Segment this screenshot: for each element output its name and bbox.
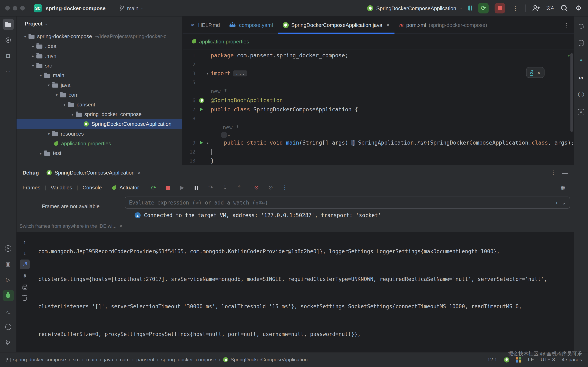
run-gutter-icon[interactable] [200,141,203,145]
folded-imports[interactable]: ... [233,70,247,76]
search-icon[interactable] [560,3,568,12]
chevron-down-icon[interactable]: ▾ [61,102,68,106]
maven-tool-button[interactable]: m [575,72,587,83]
tree-item-root[interactable]: ▾ spring-docker-compose ~/IdeaProjects/s… [17,31,182,41]
more-options-button[interactable]: ⋮ [511,3,519,12]
more-tools-button[interactable]: ⋯ [2,66,14,77]
notifications-button[interactable] [575,20,587,31]
ai-assistant-button[interactable]: ✦ [575,55,587,66]
tab-actuator[interactable]: Actuator [112,185,139,191]
minimize-window-button[interactable] [13,6,17,10]
chevron-down-icon[interactable]: ▾ [45,83,52,87]
chevron-down-icon[interactable]: ⌄ [228,133,230,137]
breadcrumb-item[interactable]: main [86,357,97,363]
code-line-1[interactable]: 1 package com.pansent.spring_docker_comp… [182,51,574,60]
vcs-branch-widget[interactable]: main ⌄ [119,5,144,11]
tree-item-application-properties[interactable]: application.properties [17,139,182,149]
run-configuration-widget[interactable]: SpringDockerComposeApplication ⌄ [367,5,462,11]
evaluate-expression-bar[interactable]: + ⌄ [125,197,570,209]
tab-main-class-java[interactable]: SpringDockerComposeApplication.java × [278,17,394,33]
chevron-down-icon[interactable]: ⌄ [562,200,566,206]
tab-application-properties[interactable]: application.properties [186,34,254,49]
code-line-2[interactable]: 2 [182,60,574,69]
step-over-button[interactable]: ↷ [206,183,216,192]
tab-help-md[interactable]: M↓ HELP.md [186,17,225,33]
close-icon[interactable]: × [120,223,122,229]
breadcrumb-item[interactable]: spring-docker-compose [13,357,66,363]
tab-frames[interactable]: Frames [22,185,40,191]
chevron-right-icon[interactable]: ▸ [30,44,36,48]
git-tool-button[interactable] [2,337,14,348]
tree-item-pansent[interactable]: ▾ pansent [17,100,182,109]
scroll-up-button[interactable]: ↑ [20,237,30,247]
fold-chevron-icon[interactable]: ▸ [205,141,211,145]
console-output[interactable]: com.mongodb.Jep395RecordCodecProvider@51… [33,228,574,352]
fold-chevron-icon[interactable]: ▸ [205,71,211,75]
chevron-down-icon[interactable]: ▾ [22,34,29,38]
breadcrumb-item[interactable]: spring_docker_compose [161,357,216,363]
documentation-button[interactable]: ⓘ [575,89,587,100]
commit-tool-button[interactable] [2,34,14,46]
plugin-grid-icon[interactable] [516,357,521,362]
run-tool-button[interactable] [2,243,14,254]
tree-item-java[interactable]: ▾ java [17,80,182,90]
indent-indicator[interactable]: 4 spaces [562,357,582,363]
spring-bean-gutter-icon[interactable] [199,98,204,103]
tree-item-resources[interactable]: ▾ resources [17,129,182,139]
print-button[interactable] [20,282,30,292]
pause-debug-button[interactable] [191,183,201,192]
code-line-8[interactable]: 8 [182,114,574,123]
code-line-5[interactable]: 5 [182,78,574,87]
rerun-debug-button[interactable]: ⟳ [149,183,158,192]
tab-variables[interactable]: Variables [51,185,72,191]
caret-position[interactable]: 12:1 [487,357,497,363]
clear-console-button[interactable] [20,293,30,303]
code-editor[interactable]: 1 package com.pansent.spring_docker_comp… [182,49,574,165]
code-line-13[interactable]: 13 } [182,156,574,165]
step-out-button[interactable]: ⇡ [234,183,244,192]
tree-item-test[interactable]: ▸ test [17,148,182,158]
tab-console[interactable]: Console [82,185,102,191]
code-line-7[interactable]: 7 public class SpringDockerComposeApplic… [182,105,574,114]
encoding-indicator[interactable]: UTF-8 [541,357,555,363]
mute-breakpoints-button[interactable]: ⊘ [251,183,261,192]
project-widget[interactable]: spring-docker-compose ⌄ [46,5,111,11]
inline-ai-widget[interactable]: R × [526,67,545,78]
breadcrumb-item[interactable]: com [120,357,130,363]
window-controls[interactable] [5,6,25,10]
chevron-right-icon[interactable]: ▸ [30,54,36,58]
scroll-down-button[interactable]: ↓ [20,248,30,258]
resume-button[interactable]: ▶ [177,183,187,192]
stop-button[interactable] [495,3,505,13]
project-panel-header[interactable]: Project ⌄ [17,17,182,31]
structure-tool-button[interactable]: ⊞ [2,50,14,61]
line-separator-indicator[interactable]: LF [528,357,534,363]
debug-session-tab[interactable]: SpringDockerComposeApplication × [46,170,141,175]
pause-button[interactable] [468,6,472,11]
tree-item-com[interactable]: ▾ com [17,90,182,100]
scroll-to-end-button[interactable]: ⇟ [20,271,30,281]
terminal-tool-button[interactable]: >_ [2,306,14,317]
database-tool-button[interactable] [575,38,587,49]
code-line-3[interactable]: 3 ▸ import... [182,69,574,78]
code-line-9[interactable]: 9 ▸ public static void main(String[] arg… [182,138,574,147]
debug-panel-title[interactable]: Debug [22,170,39,175]
evaluate-expression-input[interactable] [129,200,552,206]
tree-item-idea[interactable]: ▸ .idea [17,41,182,51]
close-window-button[interactable] [5,6,10,10]
inline-ai-badge[interactable]: ✦ [221,132,227,138]
tab-pom-xml[interactable]: m pom.xml (spring-docker-compose) [394,17,492,33]
soft-wrap-button[interactable]: ⏎ [20,259,30,269]
problems-tool-button[interactable]: ! [2,321,14,333]
stop-debug-button[interactable] [163,183,173,192]
breadcrumb-item[interactable]: pansent [136,357,154,363]
project-tool-button[interactable] [2,19,14,30]
maximize-window-button[interactable] [20,6,25,10]
breadcrumb-item[interactable]: SpringDockerComposeApplication [231,357,308,363]
breadcrumb-item[interactable]: java [104,357,113,363]
add-watch-icon[interactable]: + [555,200,558,206]
settings-gear-icon[interactable]: ⚙ [575,3,583,12]
view-breakpoints-button[interactable]: ⊘ [266,183,276,192]
run-window-button[interactable]: ▷ [2,274,14,285]
tab-list-more-button[interactable]: ⋮ [564,17,574,33]
